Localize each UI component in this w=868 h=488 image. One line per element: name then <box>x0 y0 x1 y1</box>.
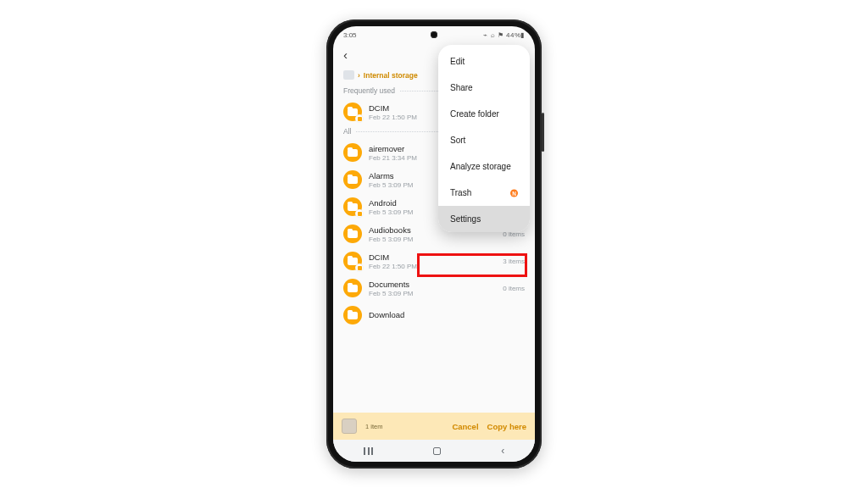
status-time: 3:05 <box>343 31 357 39</box>
menu-trash[interactable]: Trash N <box>438 180 530 206</box>
copy-here-button[interactable]: Copy here <box>487 422 526 431</box>
folder-icon <box>343 306 362 324</box>
camera-badge-icon <box>355 263 364 272</box>
camera-badge-icon <box>355 114 364 123</box>
item-date: Feb 22 1:50 PM <box>369 263 496 270</box>
folder-icon <box>343 225 362 243</box>
back-icon[interactable]: ‹ <box>343 47 348 62</box>
fade-overlay <box>333 392 535 414</box>
menu-settings[interactable]: Settings <box>438 206 530 232</box>
list-item[interactable]: Download <box>338 302 530 329</box>
menu-share[interactable]: Share <box>438 75 530 101</box>
menu-trash-label: Trash <box>450 188 471 197</box>
nav-recent-icon[interactable] <box>364 447 373 455</box>
home-icon <box>343 70 354 80</box>
breadcrumb-label: Internal storage <box>364 71 418 80</box>
screen: 3:05 ⌁ ⌕ ⚑ 44%▮ ‹ › Internal storage Fre… <box>333 26 535 462</box>
folder-icon <box>343 197 362 216</box>
section-label: All <box>343 127 351 136</box>
folder-icon <box>343 170 362 189</box>
item-date: Feb 5 3:09 PM <box>369 236 496 243</box>
folder-icon <box>343 252 362 270</box>
menu-sort[interactable]: Sort <box>438 127 530 153</box>
folder-icon <box>343 279 362 297</box>
clipboard-thumb-icon <box>342 419 357 434</box>
cancel-button[interactable]: Cancel <box>452 422 478 431</box>
item-date: Feb 5 3:09 PM <box>369 290 496 297</box>
folder-icon <box>343 103 362 121</box>
list-item[interactable]: DocumentsFeb 5 3:09 PM 0 items <box>338 274 530 302</box>
nav-bar: ‹ <box>333 440 535 462</box>
nav-back-icon[interactable]: ‹ <box>501 445 504 457</box>
item-name: Download <box>369 310 518 319</box>
menu-create-folder[interactable]: Create folder <box>438 101 530 127</box>
copy-bar: 1 item Cancel Copy here <box>333 413 535 440</box>
folder-icon <box>343 143 362 162</box>
phone-frame: 3:05 ⌁ ⌕ ⚑ 44%▮ ‹ › Internal storage Fre… <box>326 19 542 469</box>
front-camera <box>431 31 437 38</box>
chevron-right-icon: › <box>358 71 360 80</box>
side-button <box>542 113 544 152</box>
item-name: Documents <box>369 280 496 289</box>
overflow-menu: Edit Share Create folder Sort Analyze st… <box>438 45 530 232</box>
copy-count: 1 item <box>365 423 382 430</box>
item-name: DCIM <box>369 252 496 262</box>
menu-analyze-storage[interactable]: Analyze storage <box>438 153 530 180</box>
menu-edit[interactable]: Edit <box>438 48 530 75</box>
status-indicators: ⌁ ⌕ ⚑ 44%▮ <box>483 31 525 39</box>
item-count: 0 items <box>503 285 525 292</box>
section-label: Frequently used <box>343 86 395 95</box>
nav-home-icon[interactable] <box>433 447 441 455</box>
new-badge-icon: N <box>510 189 518 197</box>
item-count: 3 items <box>503 258 525 265</box>
gear-badge-icon <box>355 209 364 218</box>
list-item[interactable]: DCIMFeb 22 1:50 PM 3 items <box>338 247 530 274</box>
